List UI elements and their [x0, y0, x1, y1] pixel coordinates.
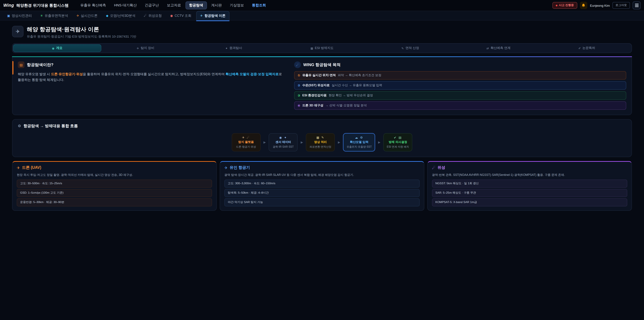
main-nav: 유출유 확산예측 HNS·대기확산 긴급구난 보고자료 항공탐색 게시판 기상정… — [77, 1, 270, 10]
tab-detection-equipment[interactable]: ✈ 탐지 장비 — [101, 44, 190, 52]
spec-row: 야간·악기상 SAR 탐지 가능 — [224, 198, 420, 207]
aircraft-description: 광역 탐색·장시간 체공. 광학·IR·SAR·SLAR·UV 등 다중 센서 … — [224, 172, 420, 177]
nav-hns-atmospheric[interactable]: HNS·대기확산 — [110, 1, 140, 10]
subnav-cctv-view[interactable]: ◉ CCTV 조회 — [166, 11, 195, 20]
subnav-label: CCTV 조회 — [174, 13, 191, 18]
wing-purpose-card: ☄ WING 항공탐색 목적 ① 유출유 실시간 위치·면적 파악 → 확산예측… — [294, 61, 626, 110]
flow-step-image-processing: ▦ ✎ 영상 처리 좌표변환·면적산정 — [306, 133, 335, 151]
subnav-label: 영상사진관리 — [12, 13, 32, 18]
tab-area-calculation[interactable]: ✎ 면적 산정 — [366, 44, 454, 52]
satellite-specs: NGSST: 5km 해상도 · 일 1회 갱신 SAR: 5–25m 해상도 … — [432, 180, 627, 207]
model-input-icons: ☁ ⚙ — [347, 136, 372, 139]
tab-papers-patents[interactable]: ✐ 논문특허 — [543, 44, 631, 52]
intro-heading: ▤ 항공탐색이란? — [18, 61, 286, 68]
subnav-label: 위성요청 — [148, 13, 162, 18]
spec-row: KOMPSAT-5: X-band SAR 1m급 — [432, 198, 627, 207]
aerial-theory-page-icon: ✈ — [12, 26, 24, 37]
spec-row: 운용반경: 5–30km · 체공: 30–90분 — [17, 198, 212, 207]
platform-cards: ✈ 드론 (UAV) 현장 즉시 투입·저고도 정밀 촬영. 광학·적외선 카메… — [12, 161, 632, 211]
page-subtitle: 유출유 원격탐지·항공감시 기법·ESI 방제정보지도·등록특허 10-1567… — [27, 35, 136, 39]
spec-row: GSD: 1–5cm/px (100m 고도 기준) — [17, 189, 212, 197]
nav-oil-spill-prediction[interactable]: 유출유 확산예측 — [77, 1, 110, 10]
section-tabs: ◉ 개요 ✈ 탐지 장비 ✦ 원격탐사 ▦ ESI 방제지도 ✎ 면적 산정 ⇄… — [12, 43, 632, 53]
airplane-icon: ✈ — [224, 165, 228, 170]
gear-icon: ⚙ — [18, 124, 21, 128]
purpose-heading: ☄ WING 항공탐색 목적 — [294, 61, 626, 68]
subnav-satellite-request[interactable]: ☄ 위성요청 — [140, 11, 166, 20]
incident-dot-icon — [556, 5, 558, 6]
overview-icon: ◉ — [52, 47, 54, 50]
nav-emergency-rescue[interactable]: 긴급구난 — [141, 1, 162, 10]
manned-aircraft-card: ✈ 유인 항공기 광역 탐색·장시간 체공. 광학·IR·SAR·SLAR·UV… — [220, 161, 424, 211]
platform-icons: ✈ ☄ — [235, 136, 257, 139]
page-header: ✈ 해양 항공탐색·원격탐사 이론 유출유 원격탐지·항공감시 기법·ESI 방… — [12, 26, 632, 39]
tab-prediction-link[interactable]: ⇄ 확산예측 연계 — [454, 44, 542, 52]
page-header-text: 해양 항공탐색·원격탐사 이론 유출유 원격탐지·항공감시 기법·ESI 방제정… — [27, 26, 136, 39]
incident-status-badge[interactable]: 사고 진행중 — [552, 2, 577, 9]
satellite-icon: ☄ — [294, 61, 301, 68]
nav-board[interactable]: 게시판 — [208, 1, 226, 10]
flow-diagram: ✈ ☄ 탐지 플랫폼 드론·항공기·위성 ▶ ◉ ✦ 센서 데이터 광학·IR·… — [18, 133, 626, 151]
subnav-pollution-ship-3d[interactable]: ◆ 오염/선박3D분석 — [102, 11, 139, 20]
spec-row: NGSST: 5km 해상도 · 일 1회 갱신 — [432, 180, 627, 188]
nav-weather[interactable]: 기상정보 — [226, 1, 248, 10]
purpose-item-3: ③ ESI 환경민감자원 현장 확인 → 방제 우선순위 결정 — [294, 91, 626, 100]
user-name: Eunjeong Kim — [590, 4, 610, 7]
tab-remote-sensing[interactable]: ✦ 원격탐사 — [190, 44, 278, 52]
incident-badge-label: 사고 진행중 — [559, 3, 574, 8]
overview-section: ▤ 항공탐색이란? 해양 유류오염 발생 시 드론·유인항공기·위성을 활용하여… — [12, 57, 632, 115]
flow-step-sensor-data: ◉ ✦ 센서 데이터 광학·IR·SAR·SST — [269, 133, 298, 151]
top-bar: Wing 해양환경 위기대응 통합시스템 유출유 확산예측 HNS·대기확산 긴… — [0, 0, 644, 11]
brand-logo[interactable]: Wing 해양환경 위기대응 통합시스템 — [3, 3, 68, 8]
photo-icon: ▣ — [7, 14, 10, 18]
purpose-item-4: ④ 드론 3D 재구성 → 선박 식별·오염원 정밀 분석 — [294, 101, 626, 110]
arrow-right-icon: ▶ — [264, 141, 266, 144]
satellite-icon: ☄ — [144, 14, 147, 18]
purpose-list: ① 유출유 실시간 위치·면적 파악 → 확산예측 초기조건 보정 ② 수온(S… — [294, 71, 626, 110]
app-root: Wing 해양환경 위기대응 통합시스템 유출유 확산예측 HNS·대기확산 긴… — [0, 0, 644, 320]
intro-highlight-model-input: 확산예측 모델의 검증·보정 입력자료 — [226, 72, 279, 76]
aircraft-card-title: ✈ 유인 항공기 — [224, 165, 420, 170]
notifications-button[interactable] — [580, 2, 587, 9]
arrow-right-icon: ▶ — [301, 141, 303, 144]
spec-row: 고도: 30–500m · 속도: 15–25m/s — [17, 180, 212, 188]
satellite-card-title: ☄ 위성 — [432, 165, 627, 170]
nav-integrated-search[interactable]: 통합조회 — [248, 1, 270, 10]
number-3-icon: ③ — [298, 94, 300, 97]
subnav-image-photo-mgmt[interactable]: ▣ 영상사진관리 — [3, 11, 36, 20]
drone-description: 현장 즉시 투입·저고도 정밀 촬영. 광학·적외선 카메라 탑재, 실시간 영… — [17, 172, 212, 177]
clipboard-icon: ▤ — [18, 61, 24, 68]
drone-card: ✈ 드론 (UAV) 현장 즉시 투입·저고도 정밀 촬영. 광학·적외선 카메… — [12, 161, 217, 211]
remote-sensing-icon: ✦ — [226, 47, 228, 50]
satellite-card: ☄ 위성 광역·반복 관측. SST(NOAA AVHRR·NGSST)·SAR… — [427, 161, 632, 211]
document-icon: ✐ — [578, 47, 581, 50]
spec-row: 고도: 300–3,000m · 속도: 60–150m/s — [224, 180, 420, 188]
bell-icon — [582, 3, 586, 8]
tab-esi-map[interactable]: ▦ ESI 방제지도 — [278, 44, 366, 52]
number-1-icon: ① — [298, 74, 300, 77]
nav-aerial-search[interactable]: 항공탐색 — [185, 1, 207, 10]
main-content: ✈ 해양 항공탐색·원격탐사 이론 유출유 원격탐지·항공감시 기법·ESI 방… — [0, 21, 644, 211]
satellite-description: 광역·반복 관측. SST(NOAA AVHRR·NGSST)·SAR(Sent… — [432, 172, 627, 177]
subnav-aerial-search-theory[interactable]: ✈ 항공탐색 이론 — [196, 11, 230, 20]
equipment-icon: ✈ — [137, 47, 139, 50]
page-title: 해양 항공탐색·원격탐사 이론 — [27, 26, 136, 33]
wing-logo-icon: Wing — [3, 3, 14, 8]
theory-icon: ✈ — [200, 14, 203, 18]
number-2-icon: ② — [298, 84, 300, 87]
flow-heading-label: 항공탐색 → 방제대응 통합 흐름 — [24, 124, 78, 129]
hamburger-menu-button[interactable] — [632, 1, 641, 10]
nav-reports[interactable]: 보고자료 — [163, 1, 185, 10]
arrow-right-icon: ▶ — [378, 141, 380, 144]
subnav-realtime-drone[interactable]: ✈ 실시간드론 — [73, 11, 101, 20]
what-is-aerial-search-card: ▤ 항공탐색이란? 해양 유류오염 발생 시 드론·유인항공기·위성을 활용하여… — [18, 61, 286, 110]
purpose-item-2: ② 수온(SST) 위성자료 실시간 수신 → 유출유 풍화모델 입력 — [294, 81, 626, 90]
subnav-label: 실시간드론 — [81, 13, 98, 18]
tab-overview[interactable]: ◉ 개요 — [13, 44, 101, 52]
intro-highlight-platforms: 드론·유인항공기·위성 — [51, 72, 83, 76]
drone-icon: ✈ — [76, 14, 79, 18]
subnav-oil-area-analysis[interactable]: ✳ 유출유면적분석 — [36, 11, 72, 20]
spec-row: 탐색폭: 5–50km · 체공: 4–8시간 — [224, 189, 420, 197]
flow-section: ⚙ 항공탐색 → 방제대응 통합 흐름 ✈ ☄ 탐지 플랫폼 드론·항공기·위성… — [12, 119, 632, 157]
logout-button[interactable]: 로그아웃 — [612, 2, 630, 9]
